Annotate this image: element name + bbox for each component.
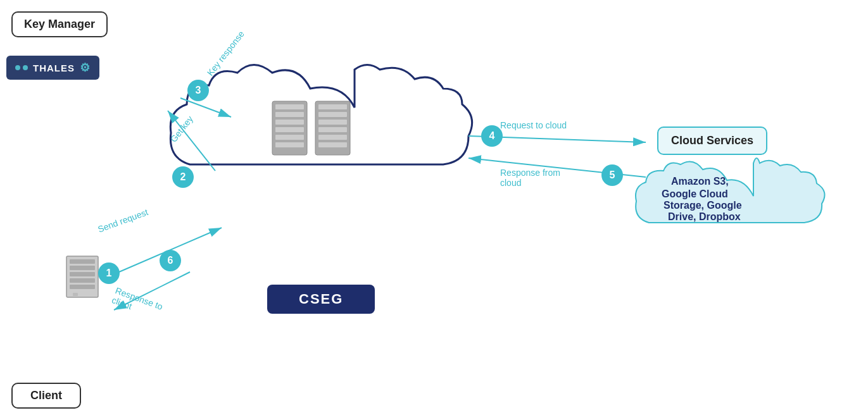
svg-rect-11 [318,120,347,125]
svg-rect-8 [315,101,350,155]
cseg-cloud [170,65,472,165]
step-circle-5: 5 [601,164,623,186]
svg-rect-30 [70,272,95,276]
response-from-cloud-label: Response from cloud [500,168,560,188]
svg-rect-12 [318,127,347,132]
thales-icon: ⚙ [80,61,91,75]
step-circle-2: 2 [172,166,194,188]
svg-rect-6 [275,142,304,147]
svg-rect-9 [318,104,347,109]
svg-rect-31 [70,278,95,283]
svg-rect-29 [70,266,95,270]
step-circle-6: 6 [160,250,181,271]
request-to-cloud-label: Request to cloud [500,120,567,130]
svg-rect-4 [275,127,304,132]
get-key-label: Get key [168,114,195,144]
svg-rect-1 [275,104,304,109]
arrows-svg: Amazon S3, Google Cloud Storage, Google … [0,0,868,420]
svg-rect-7 [280,151,285,154]
key-response-label: Key response [205,29,246,78]
client-label: Client [30,389,62,402]
step-circle-3: 3 [187,80,209,101]
response-to-client-label: Response to client [111,285,165,321]
svg-rect-3 [275,120,304,125]
thales-device: THALES ⚙ [6,56,99,80]
svg-rect-32 [70,285,95,289]
thales-dot-2 [23,65,28,70]
svg-rect-2 [275,112,304,117]
svg-rect-33 [73,293,78,296]
cseg-text: CSEG [299,291,343,307]
svg-text:Storage, Google: Storage, Google [664,200,742,211]
svg-rect-28 [70,259,95,264]
client-box: Client [11,383,81,409]
cloud-services-label: Cloud Services [671,134,753,147]
client-computer-icon [63,253,101,304]
svg-rect-13 [318,135,347,140]
cseg-label: CSEG [267,285,375,314]
svg-rect-10 [318,112,347,117]
svg-rect-0 [272,101,307,155]
key-manager-box: Key Manager [11,11,108,37]
svg-text:Google Cloud: Google Cloud [662,188,728,199]
thales-dot-1 [15,65,20,70]
svg-rect-15 [323,151,328,154]
thales-dots [15,65,28,70]
svg-text:Drive, Dropbox: Drive, Dropbox [668,211,741,222]
svg-text:Amazon S3,: Amazon S3, [671,176,729,187]
step-circle-4: 4 [481,125,503,147]
send-request-label: Send request [96,207,149,235]
svg-rect-5 [275,135,304,140]
diagram-container: Amazon S3, Google Cloud Storage, Google … [0,0,868,420]
cloud-services-box: Cloud Services [657,127,767,155]
thales-label: THALES [33,63,75,73]
cloud-services-cloud-shape: Amazon S3, Google Cloud Storage, Google … [636,158,825,223]
step-circle-1: 1 [98,262,120,284]
svg-rect-14 [318,142,347,147]
key-manager-label: Key Manager [24,18,95,30]
